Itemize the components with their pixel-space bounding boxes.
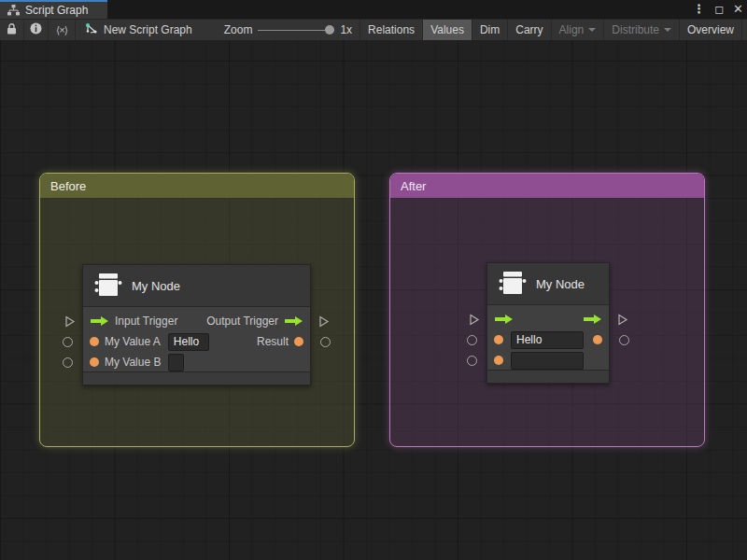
dim-label: Dim [480, 23, 500, 36]
node-title: My Node [536, 277, 585, 291]
graph-canvas[interactable]: Before After My Node [0, 40, 747, 560]
node-before[interactable]: My Node Input Trigger Output Trigger [82, 264, 311, 385]
chevron-down-icon [588, 28, 596, 32]
output-trigger-label: Output Trigger [206, 315, 278, 328]
value-input-port-icon[interactable] [467, 356, 477, 366]
zoom-label: Zoom [224, 23, 253, 36]
value-input-port-icon[interactable] [467, 335, 477, 345]
relations-button[interactable]: Relations [359, 20, 423, 40]
node-after-header[interactable]: My Node [487, 263, 609, 305]
toolbar-gap [202, 20, 217, 40]
graph-tree-icon [7, 5, 20, 16]
carry-button[interactable]: Carry [508, 20, 551, 40]
flow-output-port-icon[interactable] [615, 313, 629, 327]
node-title: My Node [132, 279, 180, 293]
window-controls: ⋮ ◻ ✕ [693, 0, 743, 19]
value-output-port-icon[interactable] [619, 335, 629, 345]
port-row-value-b [487, 350, 609, 371]
overview-button[interactable]: Overview [680, 20, 742, 40]
group-before-header[interactable]: Before [40, 174, 354, 198]
port-row-triggers: Input Trigger Output Trigger [83, 311, 310, 331]
relations-label: Relations [368, 23, 415, 36]
result-label: Result [257, 335, 289, 348]
carry-label: Carry [515, 23, 543, 36]
value-output-port-icon[interactable] [320, 337, 331, 347]
value-input-port-icon[interactable] [63, 357, 73, 368]
value-b-input[interactable] [511, 352, 584, 370]
port-row-value-b: My Value B [83, 352, 310, 372]
flow-arrow-icon[interactable] [583, 314, 602, 325]
value-pin-icon[interactable] [593, 335, 602, 344]
info-button[interactable] [24, 20, 49, 40]
align-dropdown[interactable]: Align [552, 20, 605, 40]
distribute-label: Distribute [612, 23, 659, 36]
values-label: Values [430, 23, 464, 36]
port-row-triggers [487, 309, 609, 329]
distribute-dropdown[interactable]: Distribute [604, 20, 680, 40]
new-script-graph-label: New Script Graph [104, 23, 192, 36]
zoom-slider[interactable] [258, 30, 334, 31]
value-a-label: My Value A [105, 335, 161, 348]
port-row-value-a: My Value A Result [83, 331, 310, 352]
align-label: Align [559, 23, 585, 36]
maximize-icon[interactable]: ◻ [714, 0, 724, 19]
value-input-port-icon[interactable] [63, 337, 73, 347]
value-b-label: My Value B [105, 356, 161, 369]
overview-label: Overview [687, 23, 734, 36]
tab-title: Script Graph [25, 4, 88, 17]
flow-input-port-icon[interactable] [467, 313, 481, 327]
flow-arrow-icon[interactable] [284, 315, 303, 327]
flow-input-port-icon[interactable] [63, 315, 77, 329]
group-after-header[interactable]: After [390, 174, 704, 198]
node-before-body: Input Trigger Output Trigger My Value A … [83, 307, 310, 372]
port-row-value-a [487, 329, 609, 350]
dim-button[interactable]: Dim [472, 20, 508, 40]
toolbar: ⟨×⟩ New Script Graph Zoom 1x Relations V… [0, 19, 747, 40]
lock-icon [7, 23, 17, 37]
node-footer [487, 370, 609, 383]
flow-arrow-icon[interactable] [494, 314, 514, 325]
zoom-value: 1x [340, 23, 352, 36]
value-pin-icon[interactable] [494, 356, 503, 365]
input-trigger-label: Input Trigger [115, 315, 177, 328]
flow-arrow-icon[interactable] [90, 315, 109, 327]
node-before-header[interactable]: My Node [83, 265, 310, 307]
node-footer [83, 371, 310, 385]
info-icon [30, 22, 42, 37]
value-pin-icon[interactable] [494, 335, 503, 344]
graph-path-button[interactable]: New Script Graph [76, 20, 202, 40]
flow-output-port-icon[interactable] [317, 315, 331, 329]
lock-button[interactable] [0, 20, 24, 40]
fullscreen-button[interactable]: Full Scr [742, 20, 747, 40]
value-a-input[interactable] [168, 333, 209, 351]
value-pin-icon[interactable] [90, 357, 99, 367]
value-pin-icon[interactable] [294, 337, 303, 346]
chevron-down-icon [664, 28, 671, 32]
zoom-slider-handle[interactable] [325, 25, 334, 35]
value-pin-icon[interactable] [90, 337, 99, 346]
csharp-preview-button[interactable]: ⟨×⟩ [49, 20, 76, 40]
group-after-title: After [401, 179, 426, 193]
code-preview-icon: ⟨×⟩ [56, 24, 67, 36]
node-after[interactable]: My Node [486, 262, 610, 384]
unit-icon [497, 269, 527, 300]
tab-script-graph[interactable]: Script Graph [0, 0, 107, 19]
window-menu-icon[interactable]: ⋮ [693, 0, 705, 19]
tab-bar: Script Graph ⋮ ◻ ✕ [0, 0, 747, 19]
values-button[interactable]: Values [423, 20, 472, 40]
zoom-control: Zoom 1x [217, 20, 359, 40]
value-b-input[interactable] [168, 354, 184, 371]
unit-icon [92, 271, 122, 301]
value-a-input[interactable] [511, 331, 584, 349]
node-after-body [487, 305, 609, 371]
script-graph-asset-icon [85, 22, 98, 37]
close-icon[interactable]: ✕ [733, 0, 743, 19]
group-before-title: Before [50, 179, 86, 193]
